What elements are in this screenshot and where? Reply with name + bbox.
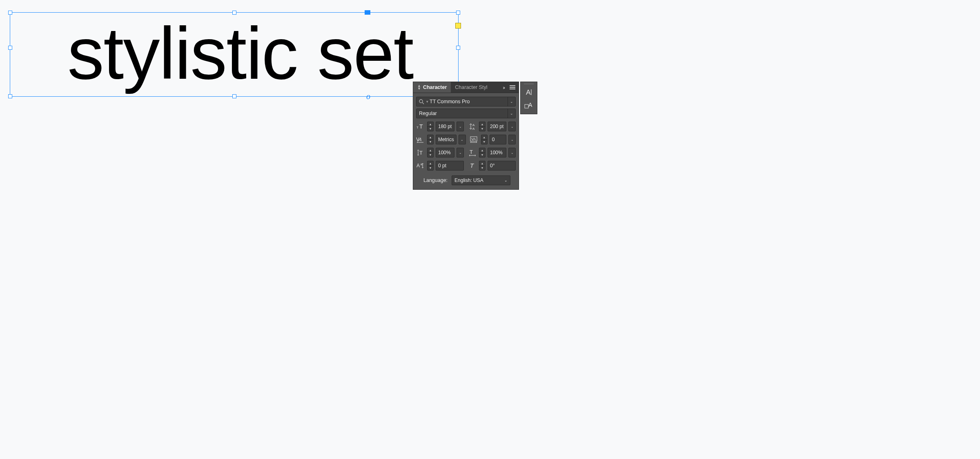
resize-handle-mr[interactable] [456, 46, 460, 50]
svg-text:a: a [421, 163, 422, 166]
leading-input[interactable]: 200 pt [488, 122, 506, 131]
kerning-icon: V A [416, 135, 425, 144]
svg-text:T: T [470, 162, 474, 169]
horizontal-scale-icon: T [468, 148, 477, 157]
font-size-spinner[interactable]: ▲▼ [427, 122, 434, 131]
baseline-shift-input[interactable]: 0 pt [436, 161, 464, 171]
language-value: English: USA [454, 177, 483, 183]
svg-rect-2 [510, 89, 515, 89]
text-frame[interactable]: o stylistic set [10, 12, 459, 97]
character-panel: ▲▼ Character Character Styl ›› [413, 82, 519, 189]
vertical-scale-input[interactable]: 100% [436, 148, 454, 157]
language-label: Language: [423, 177, 448, 183]
kerning-input[interactable]: Metrics [436, 135, 457, 144]
chevron-down-icon: ⌄ [504, 178, 508, 182]
collapsed-dock: A A [521, 82, 537, 114]
dock-character-button[interactable]: A [523, 86, 535, 98]
svg-text:A: A [528, 102, 532, 108]
resize-handle-bm[interactable] [232, 94, 236, 98]
character-styles-icon: A [524, 101, 533, 109]
svg-text:A: A [472, 123, 475, 127]
resize-handle-bl[interactable] [8, 94, 12, 98]
search-icon [419, 99, 424, 104]
svg-text:T: T [470, 149, 473, 155]
resize-handle-tl[interactable] [8, 11, 12, 15]
tab-character-label: Character [423, 84, 447, 90]
svg-text:A: A [416, 163, 420, 169]
dock-character-styles-button[interactable]: A [523, 100, 535, 111]
baseline-shift-spinner[interactable]: ▲▼ [427, 161, 434, 171]
svg-rect-26 [525, 104, 528, 108]
tracking-icon: VA [470, 135, 479, 144]
svg-rect-0 [510, 85, 515, 86]
vertical-scale-dropdown[interactable]: ⌄ [457, 148, 464, 157]
horizontal-scale-dropdown[interactable]: ⌄ [508, 148, 516, 157]
resize-handle-tm[interactable] [232, 11, 236, 15]
font-style-dropdown[interactable]: ⌄ [508, 109, 515, 118]
tab-collapse-icon: ▲▼ [417, 84, 421, 90]
skew-spinner[interactable]: ▲▼ [479, 161, 486, 171]
language-combo[interactable]: English: USA ⌄ [452, 175, 510, 185]
tab-character-styles[interactable]: Character Styl [451, 82, 491, 93]
svg-text:VA: VA [471, 137, 476, 141]
character-icon: A [525, 88, 533, 96]
hamburger-icon [510, 85, 515, 90]
vertical-scale-icon: T [416, 148, 425, 157]
frame-text[interactable]: stylistic set [10, 13, 458, 94]
font-size-dropdown[interactable]: ⌄ [457, 122, 464, 131]
svg-line-4 [422, 102, 424, 104]
resize-handle-ml[interactable] [8, 46, 12, 50]
svg-text:A: A [472, 127, 475, 130]
svg-text:A: A [526, 89, 531, 96]
tabs-overflow-button[interactable]: ›› [500, 82, 506, 93]
skew-icon: T [468, 161, 477, 170]
text-out-port[interactable] [455, 23, 461, 29]
skew-input[interactable]: 0° [488, 161, 516, 171]
dock-grip[interactable] [524, 83, 534, 85]
tracking-input[interactable]: 0 [490, 135, 506, 144]
font-size-icon: TT [416, 122, 425, 131]
svg-text:T: T [419, 150, 423, 156]
character-panel-cluster: ▲▼ Character Character Styl ›› [413, 82, 537, 189]
svg-point-3 [419, 100, 423, 103]
baseline-indicator: o [366, 92, 370, 101]
text-in-port[interactable] [365, 10, 370, 15]
panel-tabs: ▲▼ Character Character Styl ›› [413, 82, 519, 93]
chevron-down-icon: ▾ [426, 100, 428, 104]
svg-text:T: T [416, 126, 419, 129]
leading-spinner[interactable]: ▲▼ [479, 122, 486, 131]
horizontal-scale-spinner[interactable]: ▲▼ [479, 148, 486, 157]
font-style-value: Regular [419, 111, 437, 116]
horizontal-scale-input[interactable]: 100% [488, 148, 506, 157]
font-style-combo[interactable]: Regular ⌄ [416, 109, 516, 118]
kerning-dropdown[interactable]: ⌄ [459, 135, 466, 144]
tracking-spinner[interactable]: ▲▼ [481, 135, 488, 144]
svg-text:T: T [419, 123, 423, 130]
font-family-dropdown[interactable]: ⌄ [508, 97, 515, 106]
svg-rect-1 [510, 87, 515, 88]
font-family-value: TT Commons Pro [430, 99, 470, 104]
resize-handle-tr[interactable] [456, 11, 460, 15]
tracking-dropdown[interactable]: ⌄ [508, 135, 516, 144]
baseline-shift-icon: A a [416, 161, 425, 170]
kerning-spinner[interactable]: ▲▼ [427, 135, 434, 144]
leading-dropdown[interactable]: ⌄ [508, 122, 516, 131]
vertical-scale-spinner[interactable]: ▲▼ [427, 148, 434, 157]
leading-icon: A A [468, 122, 477, 131]
tab-character[interactable]: ▲▼ Character [413, 82, 451, 93]
font-size-input[interactable]: 180 pt [436, 122, 454, 131]
panel-menu-button[interactable] [506, 82, 519, 93]
font-family-combo[interactable]: ▾ TT Commons Pro ⌄ [416, 97, 516, 106]
tab-character-styles-label: Character Styl [455, 84, 487, 90]
